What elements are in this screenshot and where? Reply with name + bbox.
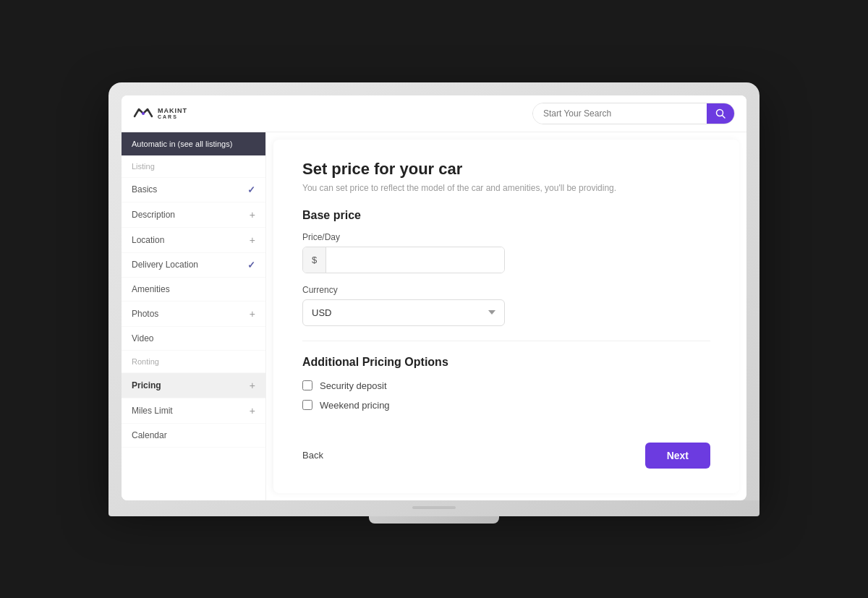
screen-bezel: MAKINT CARS [109, 82, 760, 500]
sidebar-item-label: Calendar [132, 430, 167, 440]
sidebar-item-label: Photos [132, 309, 158, 319]
sidebar-item-label: Delivery Location [132, 260, 198, 270]
plus-icon: + [250, 380, 255, 391]
currency-prefix: $ [303, 247, 326, 273]
sidebar-item-label: Video [132, 333, 153, 343]
check-icon: ✓ [247, 260, 255, 270]
laptop-notch [412, 506, 456, 509]
sidebar-header: Automatic in (see all listings) [122, 132, 265, 155]
security-deposit-option: Security deposit [302, 380, 710, 391]
logo-sub-text: CARS [158, 114, 187, 119]
currency-field: Currency USD EUR GBP CAD [302, 285, 710, 326]
section-divider [302, 341, 710, 341]
form-footer: Back Next [302, 431, 710, 469]
base-price-section-title: Base price [302, 209, 710, 222]
sidebar-item-pricing[interactable]: Pricing + [122, 373, 265, 398]
sidebar-item-photos[interactable]: Photos + [122, 302, 265, 327]
sidebar: Automatic in (see all listings) Listing … [122, 132, 266, 500]
sidebar-item-basics[interactable]: Basics ✓ [122, 178, 265, 202]
sidebar-item-miles-limit[interactable]: Miles Limit + [122, 398, 265, 424]
svg-point-0 [142, 112, 145, 115]
sidebar-item-label: Listing [132, 162, 155, 171]
laptop-container: MAKINT CARS [109, 82, 760, 516]
logo-icon [133, 106, 153, 121]
weekend-pricing-checkbox[interactable] [302, 400, 312, 410]
logo-main-text: MAKINT [158, 108, 187, 114]
plus-icon: + [250, 209, 255, 221]
check-icon: ✓ [247, 184, 255, 195]
sidebar-item-listing[interactable]: Listing [122, 155, 265, 178]
plus-icon: + [250, 234, 255, 246]
currency-select[interactable]: USD EUR GBP CAD [302, 299, 505, 326]
laptop-base [109, 500, 760, 516]
form-panel: Set price for your car You can set price… [273, 140, 739, 493]
plus-icon: + [250, 405, 255, 417]
sidebar-item-location[interactable]: Location + [122, 228, 265, 253]
laptop-screen: MAKINT CARS [122, 95, 746, 500]
price-day-field: Price/Day $ [302, 232, 710, 273]
sidebar-item-label: Basics [132, 184, 157, 195]
currency-label: Currency [302, 285, 710, 295]
form-subtitle: You can set price to reflect the model o… [302, 183, 710, 193]
search-bar[interactable] [532, 103, 735, 124]
sidebar-item-label: Amenities [132, 284, 170, 294]
sidebar-item-description[interactable]: Description + [122, 202, 265, 228]
logo: MAKINT CARS [133, 106, 187, 121]
sidebar-item-label: Miles Limit [132, 406, 173, 416]
sidebar-item-amenities[interactable]: Amenities [122, 278, 265, 302]
sidebar-item-label: Pricing [132, 380, 161, 390]
next-button[interactable]: Next [645, 443, 710, 469]
price-input[interactable] [326, 247, 504, 273]
browser-topbar: MAKINT CARS [122, 95, 746, 132]
sidebar-item-ronting[interactable]: Ronting [122, 351, 265, 373]
weekend-pricing-label: Weekend pricing [320, 400, 390, 411]
price-input-wrapper: $ [302, 247, 505, 273]
price-day-label: Price/Day [302, 232, 710, 242]
weekend-pricing-option: Weekend pricing [302, 400, 710, 411]
search-icon [715, 108, 726, 119]
sidebar-item-calendar[interactable]: Calendar [122, 424, 265, 448]
search-button[interactable] [707, 103, 734, 124]
sidebar-item-delivery-location[interactable]: Delivery Location ✓ [122, 253, 265, 278]
security-deposit-label: Security deposit [320, 380, 387, 391]
security-deposit-checkbox[interactable] [302, 380, 312, 390]
logo-text: MAKINT CARS [158, 108, 187, 119]
sidebar-item-label: Location [132, 235, 164, 245]
sidebar-item-label: Ronting [132, 357, 159, 366]
main-content: Automatic in (see all listings) Listing … [122, 132, 746, 500]
svg-line-2 [723, 115, 726, 118]
back-button[interactable]: Back [302, 450, 323, 461]
plus-icon: + [250, 308, 255, 320]
sidebar-item-video[interactable]: Video [122, 327, 265, 351]
sidebar-item-label: Description [132, 210, 175, 220]
form-title: Set price for your car [302, 160, 710, 179]
browser-chrome: MAKINT CARS [122, 95, 746, 500]
search-input[interactable] [533, 103, 707, 124]
additional-section-title: Additional Pricing Options [302, 356, 710, 369]
